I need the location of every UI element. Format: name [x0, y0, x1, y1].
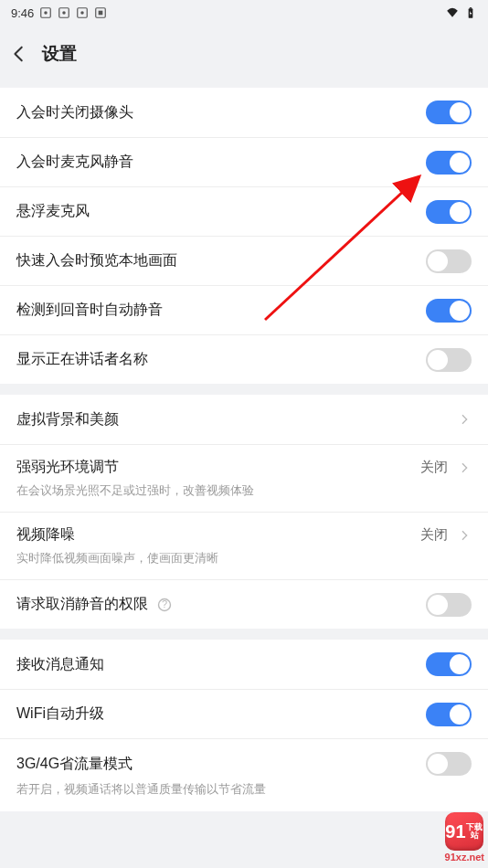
toggle-echo-mute[interactable]	[426, 299, 472, 323]
header: 设置	[0, 26, 488, 82]
row-cellular: 3G/4G省流量模式 若开启，视频通话将以普通质量传输以节省流量	[0, 738, 488, 810]
value: 关闭	[420, 459, 448, 476]
description: 在会议场景光照不足或过强时，改善视频体验	[16, 482, 254, 499]
toggle-camera-off[interactable]	[426, 101, 472, 124]
row-preview: 快速入会时预览本地画面	[0, 236, 488, 285]
row-wifi-upgrade: WiFi自动升级	[0, 689, 488, 738]
toggle-notify[interactable]	[426, 652, 472, 676]
label: 虚拟背景和美颜	[16, 410, 457, 429]
label: 显示正在讲话者名称	[16, 350, 426, 369]
toggle-preview[interactable]	[426, 249, 472, 273]
status-icon	[94, 6, 107, 19]
label: 悬浮麦克风	[16, 202, 426, 221]
description: 若开启，视频通话将以普通质量传输以节省流量	[16, 781, 266, 798]
chevron-right-icon	[457, 460, 472, 475]
page-title: 设置	[42, 42, 77, 66]
label: 强弱光环境调节	[16, 458, 420, 477]
label: 入会时关闭摄像头	[16, 103, 426, 122]
row-echo-mute: 检测到回音时自动静音	[0, 285, 488, 334]
chevron-right-icon	[457, 412, 472, 427]
toggle-wifi-upgrade[interactable]	[426, 703, 472, 726]
description: 实时降低视频画面噪声，使画面更清晰	[16, 550, 218, 566]
status-icon	[76, 6, 89, 19]
svg-point-1	[45, 11, 48, 15]
battery-icon	[464, 6, 477, 19]
settings-group-general: 接收消息通知 WiFi自动升级 3G/4G省流量模式 若开启，视频通话将以普通质…	[0, 640, 488, 810]
help-icon[interactable]: ?	[157, 598, 172, 612]
back-icon[interactable]	[9, 44, 29, 64]
label: 快速入会时预览本地画面	[16, 251, 426, 270]
label: 请求取消静音的权限 ?	[16, 595, 426, 614]
watermark: 91下载站 91xz.net	[445, 812, 484, 863]
row-camera-off: 入会时关闭摄像头	[0, 88, 488, 137]
label: WiFi自动升级	[16, 704, 426, 724]
label: 检测到回音时自动静音	[16, 301, 426, 320]
label: 3G/4G省流量模式	[16, 755, 426, 774]
svg-point-5	[81, 11, 85, 15]
watermark-logo: 91下载站	[445, 812, 483, 851]
settings-group-meeting: 入会时关闭摄像头 入会时麦克风静音 悬浮麦克风 快速入会时预览本地画面 检测到回…	[0, 88, 488, 384]
toggle-unmute-permission[interactable]	[426, 593, 472, 617]
status-icon	[39, 6, 52, 19]
toggle-mic-mute[interactable]	[426, 151, 472, 175]
row-speaker-name: 显示正在讲话者名称	[0, 334, 488, 384]
label: 视频降噪	[16, 525, 420, 545]
status-bar: 9:46	[0, 0, 488, 26]
row-denoise[interactable]: 视频降噪 关闭 实时降低视频画面噪声，使画面更清晰	[0, 512, 488, 579]
svg-rect-8	[470, 7, 472, 8]
svg-text:?: ?	[162, 598, 167, 609]
toggle-speaker-name[interactable]	[426, 348, 472, 372]
svg-point-3	[63, 11, 67, 15]
row-light[interactable]: 强弱光环境调节 关闭 在会议场景光照不足或过强时，改善视频体验	[0, 444, 488, 512]
chevron-right-icon	[457, 528, 472, 543]
toggle-cellular[interactable]	[426, 752, 472, 776]
row-float-mic: 悬浮麦克风	[0, 186, 488, 236]
row-mic-mute: 入会时麦克风静音	[0, 137, 488, 186]
label: 入会时麦克风静音	[16, 153, 426, 172]
status-time: 9:46	[11, 6, 34, 20]
label: 接收消息通知	[16, 655, 426, 674]
toggle-float-mic[interactable]	[426, 200, 472, 224]
row-unmute-permission: 请求取消静音的权限 ?	[0, 579, 488, 629]
settings-group-video: 虚拟背景和美颜 强弱光环境调节 关闭 在会议场景光照不足或过强时，改善视频体验 …	[0, 395, 488, 629]
watermark-url: 91xz.net	[445, 852, 484, 863]
status-icon	[58, 6, 70, 19]
row-notify: 接收消息通知	[0, 640, 488, 689]
wifi-icon	[446, 6, 459, 19]
row-beauty[interactable]: 虚拟背景和美颜	[0, 395, 488, 444]
value: 关闭	[420, 526, 448, 544]
